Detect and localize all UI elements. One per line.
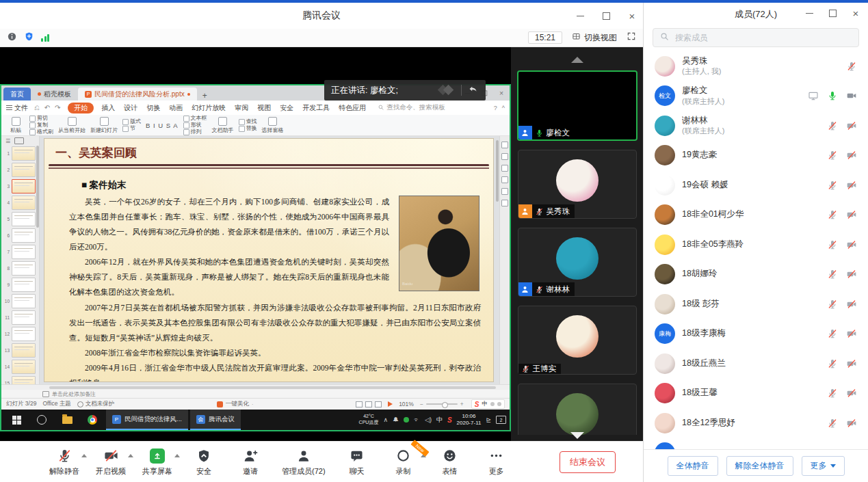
camera-muted-icon[interactable] <box>846 418 857 429</box>
slide-thumbnail-1[interactable]: 1 <box>1 145 39 161</box>
member-row-18非全01柯少华[interactable]: 18非全01柯少华 <box>644 200 868 230</box>
ribbon-button-新建幻灯片[interactable]: 新建幻灯片 <box>90 117 118 134</box>
wps-tab-template[interactable]: 稻壳模板 <box>31 88 78 101</box>
ribbon-button-查找[interactable]: 查找 <box>239 119 257 125</box>
view-mode-buttons[interactable] <box>356 401 382 407</box>
mic-muted-icon[interactable] <box>827 328 838 339</box>
video-tile-廖检文[interactable]: 廖检文 <box>517 70 637 141</box>
wps-menu-幻灯片放映[interactable]: 幻灯片放映 <box>190 103 227 113</box>
side-tool-icon[interactable] <box>501 200 508 206</box>
camera-muted-icon[interactable] <box>846 328 857 339</box>
camera-muted-icon[interactable] <box>846 180 857 191</box>
video-tile-王博实[interactable]: 王博实 <box>518 306 637 375</box>
toolbar-chat[interactable]: 聊天 <box>342 448 372 477</box>
pen-icon[interactable]: ⊵ <box>486 416 491 423</box>
slide-thumbnail-11[interactable]: 11 <box>1 309 39 325</box>
slideshow-play-icon[interactable] <box>388 401 393 407</box>
browser-icon[interactable] <box>81 410 104 430</box>
ribbon-button-排列[interactable]: 排列 <box>183 129 207 135</box>
mic-muted-icon[interactable] <box>827 180 838 191</box>
maximize-button[interactable] <box>601 10 611 21</box>
beautify-button[interactable]: 一键美化· <box>120 400 350 408</box>
slide-thumbnail-7[interactable]: 7 <box>1 243 39 260</box>
start-button[interactable] <box>5 410 28 430</box>
canvas-scrollbar[interactable] <box>496 140 499 202</box>
member-row-partial[interactable] <box>644 438 868 450</box>
side-tool-icon[interactable] <box>501 176 508 183</box>
taskbar-app-腾讯会议[interactable]: 会腾讯会议 <box>190 410 241 430</box>
wps-close-button[interactable]: × <box>497 89 505 96</box>
slide-thumbnail-2[interactable]: 2 <box>1 161 39 178</box>
chevron-up-icon[interactable] <box>81 454 87 457</box>
mic-muted-icon[interactable] <box>827 209 838 220</box>
camera-muted-icon[interactable] <box>846 388 857 399</box>
outline-view-icon[interactable]: ☰ <box>5 138 10 144</box>
mute-all-button[interactable]: 全体静音 <box>668 456 718 476</box>
slide-thumbnail-10[interactable]: 10 <box>1 293 39 309</box>
member-row-18胡娜玲[interactable]: 18胡娜玲 <box>644 260 868 290</box>
tray-app-icon[interactable] <box>404 417 409 423</box>
toolbar-manage-members[interactable]: 管理成员(72) <box>282 448 326 477</box>
ime-tray-icon[interactable]: 中 <box>436 416 443 425</box>
ribbon-button-选择窗格[interactable]: 选择窗格 <box>262 117 284 134</box>
mic-muted-icon[interactable] <box>827 239 838 250</box>
side-tool-icon[interactable] <box>501 165 508 172</box>
ribbon-button-复制[interactable]: 复制 <box>29 122 53 129</box>
toolbar-emoji[interactable]: 表情 <box>435 448 465 477</box>
chevron-up-icon[interactable] <box>128 454 133 457</box>
slide-thumbnail-15[interactable]: 15 <box>1 375 39 384</box>
wps-new-tab-button[interactable]: + <box>197 91 213 101</box>
volume-icon[interactable]: ◁) <box>425 416 432 423</box>
camera-on-icon[interactable] <box>846 90 857 101</box>
wps-menu-动画[interactable]: 动画 <box>168 103 184 113</box>
notification-bell-icon[interactable]: 🔔︎ <box>393 416 399 423</box>
wps-menu-file[interactable]: 文件 <box>6 103 28 113</box>
mic-muted-icon[interactable] <box>827 388 838 399</box>
meeting-protect-icon[interactable] <box>24 31 34 44</box>
members-close-button[interactable]: × <box>850 8 861 18</box>
zoom-level[interactable]: 101% <box>399 401 414 407</box>
ribbon-button-版式[interactable]: 版式 <box>122 119 141 125</box>
members-maximize-button[interactable] <box>827 8 838 18</box>
wps-tab-document[interactable]: P民间借贷的法律风险分析.pptx <box>78 88 197 101</box>
member-row-廖检文[interactable]: 检文廖检文(联席主持人) <box>644 81 868 111</box>
camera-muted-icon[interactable] <box>846 209 857 220</box>
camera-muted-icon[interactable] <box>846 150 857 161</box>
ribbon-button-替换[interactable]: 替换 <box>239 126 257 132</box>
wps-menu-审阅[interactable]: 审阅 <box>233 103 250 113</box>
mic-muted-icon[interactable] <box>827 299 838 310</box>
video-tile-谢林林[interactable]: 谢林林 <box>518 228 637 297</box>
reply-arrow-icon[interactable] <box>467 83 479 97</box>
members-minimize-button[interactable] <box>804 8 815 18</box>
member-row-18级 彭芬[interactable]: 18级 彭芬 <box>644 289 868 319</box>
toolbar-record[interactable]: 录制New <box>389 448 419 477</box>
slide-thumbnail-8[interactable]: 8 <box>1 260 39 276</box>
ribbon-button-格式刷[interactable]: 格式刷 <box>29 129 53 135</box>
mic-muted-icon[interactable] <box>827 120 838 131</box>
help-icon[interactable]: ? <box>494 105 497 111</box>
side-tool-icon[interactable] <box>501 153 508 160</box>
member-row-谢林林[interactable]: 谢林林(联席主持人) <box>644 111 868 141</box>
document-protection[interactable]: 文档未保护 <box>77 400 115 408</box>
wps-menu-切换[interactable]: 切换 <box>145 103 161 113</box>
display-icon[interactable]: 2 <box>496 416 506 424</box>
ribbon-button-形状[interactable]: 形状 <box>183 122 207 129</box>
mic-muted-icon[interactable] <box>827 418 838 429</box>
slide-view-icon[interactable] <box>14 137 24 144</box>
scroll-up-arrow[interactable] <box>571 57 583 63</box>
mic-muted-icon[interactable] <box>827 150 838 161</box>
camera-muted-icon[interactable] <box>846 239 857 250</box>
wps-command-search[interactable]: 查找命令、搜索模板 <box>378 103 445 112</box>
mic-muted-icon[interactable] <box>827 269 838 280</box>
slide-thumbnail-3[interactable]: 3 <box>1 178 39 194</box>
camera-muted-icon[interactable] <box>846 358 857 369</box>
taskbar-clock[interactable]: 10:062020-7-11 <box>457 413 482 427</box>
slide-thumbnail-4[interactable]: 4 <box>1 194 39 211</box>
network-icon[interactable]: ᯤ <box>414 416 420 423</box>
chevron-up-icon[interactable] <box>174 454 180 457</box>
member-row-18级李康梅[interactable]: 康梅18级李康梅 <box>644 319 868 349</box>
side-tool-icon[interactable] <box>501 142 508 148</box>
video-tile-吴秀珠[interactable]: 吴秀珠 <box>518 150 637 219</box>
member-row-18非全05李燕羚[interactable]: 18非全05李燕羚 <box>644 230 868 260</box>
meeting-info-icon[interactable] <box>7 31 17 44</box>
